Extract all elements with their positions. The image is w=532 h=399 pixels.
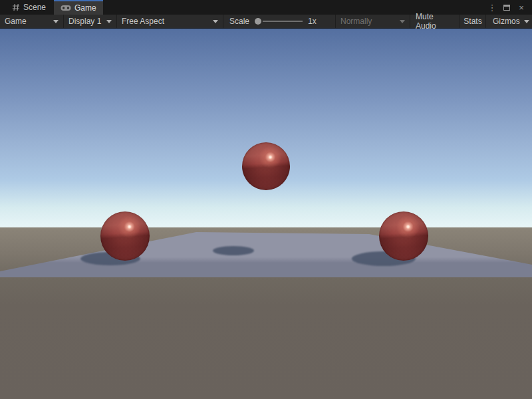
maximize-glyph xyxy=(503,5,510,11)
tab-scene-label: Scene xyxy=(23,3,46,12)
scale-slider[interactable] xyxy=(255,15,304,28)
sphere-center xyxy=(242,142,290,190)
chevron-down-icon xyxy=(400,20,405,23)
gizmos-label: Gizmos xyxy=(493,17,520,26)
view-mode-label: Game xyxy=(5,17,27,26)
view-mode-dropdown[interactable]: Game xyxy=(0,15,64,28)
aspect-ratio-label: Free Aspect xyxy=(122,17,164,26)
maximize-icon[interactable] xyxy=(501,2,512,13)
sphere-right xyxy=(379,211,428,261)
aspect-ratio-dropdown[interactable]: Free Aspect xyxy=(117,15,223,28)
tab-game-label: Game xyxy=(74,3,96,13)
display-label: Display 1 xyxy=(68,17,101,26)
grid-icon xyxy=(12,3,20,11)
mute-audio-button[interactable]: Mute Audio xyxy=(410,15,460,28)
maximize-on-play-dropdown[interactable]: Normally xyxy=(335,15,410,28)
mute-audio-label: Mute Audio xyxy=(416,12,454,31)
window-controls: ⋮ × xyxy=(487,0,532,15)
close-icon[interactable]: × xyxy=(516,2,527,13)
plane-polygon xyxy=(0,232,532,277)
chevron-down-icon xyxy=(524,20,529,23)
game-viewport[interactable] xyxy=(0,29,532,399)
chevron-down-icon xyxy=(213,20,218,23)
window-menu-icon[interactable]: ⋮ xyxy=(487,2,497,13)
shadow-center xyxy=(213,246,254,255)
unity-game-window: Scene Game ⋮ × Game Display 1 Free Aspec… xyxy=(0,0,532,399)
scale-label: Scale xyxy=(229,17,249,26)
chevron-down-icon xyxy=(106,20,112,23)
maximize-on-play-label: Normally xyxy=(340,17,372,26)
gamepad-icon xyxy=(61,5,71,11)
display-dropdown[interactable]: Display 1 xyxy=(64,15,117,28)
game-view-toolbar: Game Display 1 Free Aspect Scale 1x Norm… xyxy=(0,15,532,29)
scale-control: Scale 1x xyxy=(223,15,335,28)
tab-game[interactable]: Game xyxy=(54,0,103,15)
gizmos-dropdown[interactable]: Gizmos xyxy=(486,15,532,28)
slider-track xyxy=(263,21,303,22)
slider-knob[interactable] xyxy=(255,18,261,25)
chevron-down-icon xyxy=(53,20,59,23)
scale-value: 1x xyxy=(308,17,317,26)
stats-button[interactable]: Stats xyxy=(460,15,486,28)
stats-label: Stats xyxy=(464,17,481,26)
ground-plane xyxy=(0,29,532,399)
sphere-left xyxy=(100,211,150,261)
tab-scene[interactable]: Scene xyxy=(5,0,53,15)
